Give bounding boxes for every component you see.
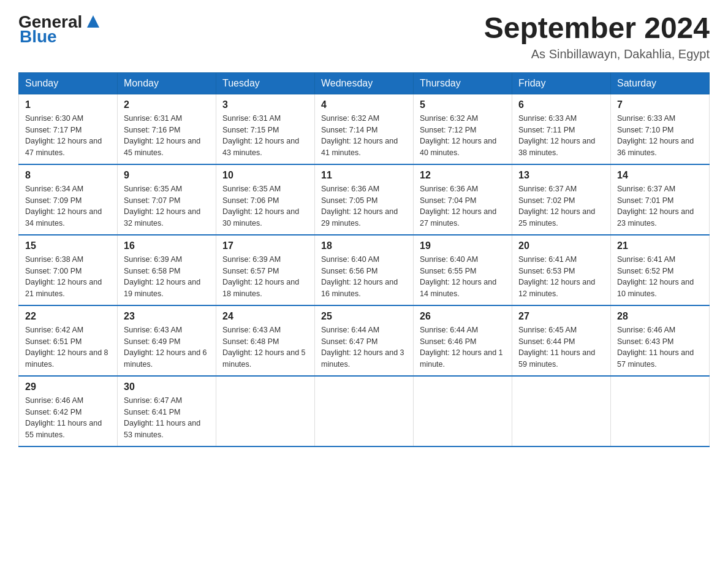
day-info: Sunrise: 6:33 AMSunset: 7:10 PMDaylight:…: [617, 113, 703, 159]
day-info: Sunrise: 6:44 AMSunset: 6:47 PMDaylight:…: [321, 324, 407, 370]
day-number: 22: [25, 311, 111, 322]
day-number: 29: [25, 381, 111, 393]
day-info: Sunrise: 6:44 AMSunset: 6:46 PMDaylight:…: [420, 324, 506, 370]
calendar-cell: 25Sunrise: 6:44 AMSunset: 6:47 PMDayligh…: [315, 305, 414, 376]
calendar-cell: 21Sunrise: 6:41 AMSunset: 6:52 PMDayligh…: [611, 235, 710, 305]
day-info: Sunrise: 6:30 AMSunset: 7:17 PMDaylight:…: [25, 113, 111, 159]
day-number: 5: [420, 99, 506, 110]
calendar-cell: 17Sunrise: 6:39 AMSunset: 6:57 PMDayligh…: [216, 235, 315, 305]
day-info: Sunrise: 6:35 AMSunset: 7:07 PMDaylight:…: [124, 183, 210, 229]
day-number: 13: [518, 170, 604, 181]
calendar-cell: [315, 376, 414, 446]
day-info: Sunrise: 6:38 AMSunset: 7:00 PMDaylight:…: [25, 254, 111, 300]
day-number: 16: [124, 240, 210, 251]
day-number: 23: [124, 311, 210, 322]
col-sunday: Sunday: [19, 72, 118, 94]
day-number: 17: [222, 240, 308, 251]
week-row-4: 22Sunrise: 6:42 AMSunset: 6:51 PMDayligh…: [19, 305, 710, 376]
calendar-header-row: Sunday Monday Tuesday Wednesday Thursday…: [19, 72, 710, 94]
day-number: 1: [25, 99, 111, 110]
calendar-cell: 3Sunrise: 6:31 AMSunset: 7:15 PMDaylight…: [216, 94, 315, 164]
calendar-cell: 16Sunrise: 6:39 AMSunset: 6:58 PMDayligh…: [118, 235, 216, 305]
day-number: 12: [420, 170, 506, 181]
calendar-cell: 8Sunrise: 6:34 AMSunset: 7:09 PMDaylight…: [19, 164, 118, 235]
calendar-table: Sunday Monday Tuesday Wednesday Thursday…: [18, 72, 710, 447]
day-number: 24: [222, 311, 308, 322]
calendar-cell: [611, 376, 710, 446]
logo-triangle-icon: [84, 12, 102, 31]
day-number: 18: [321, 240, 407, 251]
calendar-cell: 27Sunrise: 6:45 AMSunset: 6:44 PMDayligh…: [512, 305, 611, 376]
day-number: 10: [222, 170, 308, 181]
day-info: Sunrise: 6:40 AMSunset: 6:55 PMDaylight:…: [420, 254, 506, 300]
calendar-cell: 12Sunrise: 6:36 AMSunset: 7:04 PMDayligh…: [414, 164, 512, 235]
svg-marker-0: [87, 15, 99, 28]
calendar-cell: 7Sunrise: 6:33 AMSunset: 7:10 PMDaylight…: [611, 94, 710, 164]
col-saturday: Saturday: [611, 72, 710, 94]
day-info: Sunrise: 6:45 AMSunset: 6:44 PMDaylight:…: [518, 324, 604, 370]
day-info: Sunrise: 6:42 AMSunset: 6:51 PMDaylight:…: [25, 324, 111, 370]
calendar-subtitle: As Sinbillawayn, Dakahlia, Egypt: [484, 47, 710, 61]
day-number: 28: [617, 311, 703, 322]
day-number: 15: [25, 240, 111, 251]
calendar-cell: 9Sunrise: 6:35 AMSunset: 7:07 PMDaylight…: [118, 164, 216, 235]
day-info: Sunrise: 6:39 AMSunset: 6:57 PMDaylight:…: [222, 254, 308, 300]
calendar-cell: 19Sunrise: 6:40 AMSunset: 6:55 PMDayligh…: [414, 235, 512, 305]
calendar-cell: 11Sunrise: 6:36 AMSunset: 7:05 PMDayligh…: [315, 164, 414, 235]
day-number: 19: [420, 240, 506, 251]
day-number: 7: [617, 99, 703, 110]
day-info: Sunrise: 6:37 AMSunset: 7:01 PMDaylight:…: [617, 183, 703, 229]
col-thursday: Thursday: [414, 72, 512, 94]
calendar-cell: [414, 376, 512, 446]
calendar-cell: 2Sunrise: 6:31 AMSunset: 7:16 PMDaylight…: [118, 94, 216, 164]
col-monday: Monday: [118, 72, 216, 94]
day-info: Sunrise: 6:46 AMSunset: 6:42 PMDaylight:…: [25, 395, 111, 441]
calendar-cell: 10Sunrise: 6:35 AMSunset: 7:06 PMDayligh…: [216, 164, 315, 235]
day-number: 9: [124, 170, 210, 181]
calendar-cell: 22Sunrise: 6:42 AMSunset: 6:51 PMDayligh…: [19, 305, 118, 376]
week-row-1: 1Sunrise: 6:30 AMSunset: 7:17 PMDaylight…: [19, 94, 710, 164]
day-number: 3: [222, 99, 308, 110]
calendar-cell: 30Sunrise: 6:47 AMSunset: 6:41 PMDayligh…: [118, 376, 216, 446]
day-info: Sunrise: 6:33 AMSunset: 7:11 PMDaylight:…: [518, 113, 604, 159]
calendar-cell: 23Sunrise: 6:43 AMSunset: 6:49 PMDayligh…: [118, 305, 216, 376]
day-info: Sunrise: 6:41 AMSunset: 6:52 PMDaylight:…: [617, 254, 703, 300]
logo-text-blue: Blue: [20, 27, 57, 47]
day-info: Sunrise: 6:47 AMSunset: 6:41 PMDaylight:…: [124, 395, 210, 441]
logo: General Blue: [18, 12, 102, 47]
calendar-cell: [512, 376, 611, 446]
day-info: Sunrise: 6:41 AMSunset: 6:53 PMDaylight:…: [518, 254, 604, 300]
calendar-title: September 2024: [484, 12, 710, 45]
day-number: 6: [518, 99, 604, 110]
calendar-cell: 5Sunrise: 6:32 AMSunset: 7:12 PMDaylight…: [414, 94, 512, 164]
day-info: Sunrise: 6:43 AMSunset: 6:48 PMDaylight:…: [222, 324, 308, 370]
day-number: 8: [25, 170, 111, 181]
day-info: Sunrise: 6:37 AMSunset: 7:02 PMDaylight:…: [518, 183, 604, 229]
day-info: Sunrise: 6:31 AMSunset: 7:16 PMDaylight:…: [124, 113, 210, 159]
day-number: 21: [617, 240, 703, 251]
day-info: Sunrise: 6:43 AMSunset: 6:49 PMDaylight:…: [124, 324, 210, 370]
day-info: Sunrise: 6:46 AMSunset: 6:43 PMDaylight:…: [617, 324, 703, 370]
week-row-2: 8Sunrise: 6:34 AMSunset: 7:09 PMDaylight…: [19, 164, 710, 235]
day-info: Sunrise: 6:31 AMSunset: 7:15 PMDaylight:…: [222, 113, 308, 159]
day-info: Sunrise: 6:40 AMSunset: 6:56 PMDaylight:…: [321, 254, 407, 300]
day-number: 4: [321, 99, 407, 110]
day-number: 14: [617, 170, 703, 181]
calendar-cell: 13Sunrise: 6:37 AMSunset: 7:02 PMDayligh…: [512, 164, 611, 235]
week-row-5: 29Sunrise: 6:46 AMSunset: 6:42 PMDayligh…: [19, 376, 710, 446]
calendar-cell: 20Sunrise: 6:41 AMSunset: 6:53 PMDayligh…: [512, 235, 611, 305]
calendar-cell: 29Sunrise: 6:46 AMSunset: 6:42 PMDayligh…: [19, 376, 118, 446]
col-tuesday: Tuesday: [216, 72, 315, 94]
day-info: Sunrise: 6:34 AMSunset: 7:09 PMDaylight:…: [25, 183, 111, 229]
calendar-cell: 28Sunrise: 6:46 AMSunset: 6:43 PMDayligh…: [611, 305, 710, 376]
day-info: Sunrise: 6:35 AMSunset: 7:06 PMDaylight:…: [222, 183, 308, 229]
day-number: 20: [518, 240, 604, 251]
day-number: 2: [124, 99, 210, 110]
calendar-cell: 14Sunrise: 6:37 AMSunset: 7:01 PMDayligh…: [611, 164, 710, 235]
day-number: 27: [518, 311, 604, 322]
calendar-cell: 15Sunrise: 6:38 AMSunset: 7:00 PMDayligh…: [19, 235, 118, 305]
calendar-cell: 24Sunrise: 6:43 AMSunset: 6:48 PMDayligh…: [216, 305, 315, 376]
page-header: General Blue September 2024 As Sinbillaw…: [18, 12, 710, 61]
day-info: Sunrise: 6:39 AMSunset: 6:58 PMDaylight:…: [124, 254, 210, 300]
calendar-cell: [216, 376, 315, 446]
